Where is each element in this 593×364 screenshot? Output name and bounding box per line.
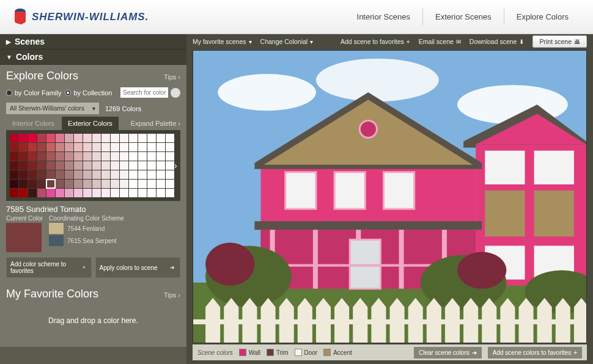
color-swatch[interactable] bbox=[138, 170, 147, 179]
color-swatch[interactable] bbox=[147, 161, 156, 170]
color-swatch[interactable] bbox=[28, 161, 37, 170]
color-swatch[interactable] bbox=[120, 189, 128, 197]
color-swatch[interactable] bbox=[83, 189, 92, 197]
color-swatch[interactable] bbox=[129, 180, 138, 188]
color-swatch[interactable] bbox=[157, 143, 165, 151]
color-swatch[interactable] bbox=[19, 143, 28, 151]
color-swatch[interactable] bbox=[28, 143, 37, 151]
coord-color-2[interactable]: 7615 Sea Serpent bbox=[49, 235, 180, 246]
scene-color-item[interactable]: Trim bbox=[267, 349, 289, 356]
change-scene-menu[interactable]: Change Colonial ▾ bbox=[260, 38, 314, 45]
color-swatch[interactable] bbox=[10, 152, 18, 161]
color-swatch[interactable] bbox=[74, 180, 83, 188]
color-swatch[interactable] bbox=[74, 143, 83, 151]
nav-exterior-scenes[interactable]: Exterior Scenes bbox=[422, 9, 504, 25]
color-swatch[interactable] bbox=[101, 180, 110, 188]
color-swatch[interactable] bbox=[28, 170, 37, 179]
color-swatch[interactable] bbox=[56, 170, 64, 179]
color-swatch[interactable] bbox=[19, 161, 28, 170]
nav-interior-scenes[interactable]: Interior Scenes bbox=[345, 9, 422, 25]
color-swatch[interactable] bbox=[138, 152, 147, 161]
color-swatch[interactable] bbox=[65, 134, 73, 142]
color-swatch[interactable] bbox=[129, 189, 138, 197]
current-color-swatch[interactable] bbox=[6, 223, 42, 252]
color-swatch[interactable] bbox=[157, 161, 165, 170]
color-swatch[interactable] bbox=[83, 152, 92, 161]
color-swatch[interactable] bbox=[166, 161, 174, 170]
color-swatch[interactable] bbox=[46, 134, 55, 142]
color-swatch[interactable] bbox=[166, 134, 174, 142]
color-swatch[interactable] bbox=[28, 180, 37, 188]
color-swatch[interactable] bbox=[101, 161, 110, 170]
color-swatch[interactable] bbox=[101, 189, 110, 197]
scene-color-item[interactable]: Wall bbox=[239, 349, 260, 356]
apply-colors-button[interactable]: Apply colors to scene ➜ bbox=[95, 257, 181, 278]
download-scene-button[interactable]: Download scene ⬇ bbox=[470, 38, 525, 45]
scene-color-item[interactable]: Accent bbox=[323, 349, 352, 356]
color-swatch[interactable] bbox=[28, 134, 37, 142]
color-swatch[interactable] bbox=[129, 161, 138, 170]
color-swatch[interactable] bbox=[157, 170, 165, 179]
scenes-panel-header[interactable]: ▶ Scenes bbox=[0, 34, 186, 49]
color-swatch[interactable] bbox=[147, 143, 156, 151]
color-swatch[interactable] bbox=[10, 143, 18, 151]
color-swatch[interactable] bbox=[111, 189, 119, 197]
color-swatch[interactable] bbox=[65, 161, 73, 170]
palette-next-button[interactable]: › bbox=[174, 134, 177, 197]
expand-palette-link[interactable]: Expand Palette › bbox=[131, 120, 180, 127]
color-swatch[interactable] bbox=[101, 143, 110, 151]
color-swatch[interactable] bbox=[166, 152, 174, 161]
color-swatch[interactable] bbox=[46, 189, 55, 197]
color-swatch[interactable] bbox=[10, 170, 18, 179]
color-swatch[interactable] bbox=[74, 152, 83, 161]
color-swatch[interactable] bbox=[37, 143, 46, 151]
color-swatch[interactable] bbox=[10, 189, 18, 197]
color-swatch[interactable] bbox=[120, 152, 128, 161]
color-swatch[interactable] bbox=[28, 152, 37, 161]
color-swatch[interactable] bbox=[56, 152, 64, 161]
color-swatch[interactable] bbox=[157, 189, 165, 197]
color-swatch[interactable] bbox=[46, 152, 55, 161]
color-swatch[interactable] bbox=[92, 180, 101, 188]
color-swatch[interactable] bbox=[92, 189, 101, 197]
color-swatch[interactable] bbox=[83, 143, 92, 151]
color-swatch[interactable] bbox=[92, 152, 101, 161]
color-swatch[interactable] bbox=[166, 180, 174, 188]
color-swatch[interactable] bbox=[120, 143, 128, 151]
coord-color-1[interactable]: 7544 Fenland bbox=[49, 223, 180, 234]
color-swatch[interactable] bbox=[83, 161, 92, 170]
email-scene-button[interactable]: Email scene ✉ bbox=[419, 38, 461, 45]
color-swatch[interactable] bbox=[56, 143, 64, 151]
color-swatch[interactable] bbox=[83, 170, 92, 179]
color-swatch[interactable] bbox=[65, 189, 73, 197]
color-swatch[interactable] bbox=[111, 134, 119, 142]
color-swatch[interactable] bbox=[138, 180, 147, 188]
radio-by-collection[interactable]: by Collection bbox=[65, 89, 112, 96]
color-swatch[interactable] bbox=[92, 143, 101, 151]
color-swatch[interactable] bbox=[111, 143, 119, 151]
color-swatch[interactable] bbox=[111, 180, 119, 188]
color-swatch[interactable] bbox=[46, 180, 55, 188]
add-scene-favorites-button[interactable]: Add scene to favorites + bbox=[341, 38, 410, 45]
drag-drop-hint[interactable]: Drag and drop a color here. bbox=[6, 305, 180, 336]
color-swatch[interactable] bbox=[10, 180, 18, 188]
scene-image[interactable] bbox=[193, 50, 587, 343]
print-scene-button[interactable]: Print scene 🖶 bbox=[532, 35, 587, 48]
color-swatch[interactable] bbox=[37, 152, 46, 161]
scene-color-item[interactable]: Door bbox=[295, 349, 318, 356]
color-swatch[interactable] bbox=[111, 161, 119, 170]
color-swatch[interactable] bbox=[157, 134, 165, 142]
color-swatch[interactable] bbox=[101, 170, 110, 179]
color-swatch[interactable] bbox=[111, 152, 119, 161]
color-swatch[interactable] bbox=[157, 152, 165, 161]
search-go-button[interactable]: → bbox=[171, 88, 180, 98]
color-swatch[interactable] bbox=[138, 189, 147, 197]
color-swatch[interactable] bbox=[74, 170, 83, 179]
color-swatch[interactable] bbox=[147, 189, 156, 197]
color-swatch[interactable] bbox=[138, 143, 147, 151]
color-swatch[interactable] bbox=[74, 134, 83, 142]
my-favorite-scenes-menu[interactable]: My favorite scenes ▾ bbox=[193, 38, 252, 45]
tab-interior-colors[interactable]: Interior Colors bbox=[6, 117, 61, 130]
color-swatch[interactable] bbox=[19, 134, 28, 142]
color-swatch[interactable] bbox=[65, 180, 73, 188]
